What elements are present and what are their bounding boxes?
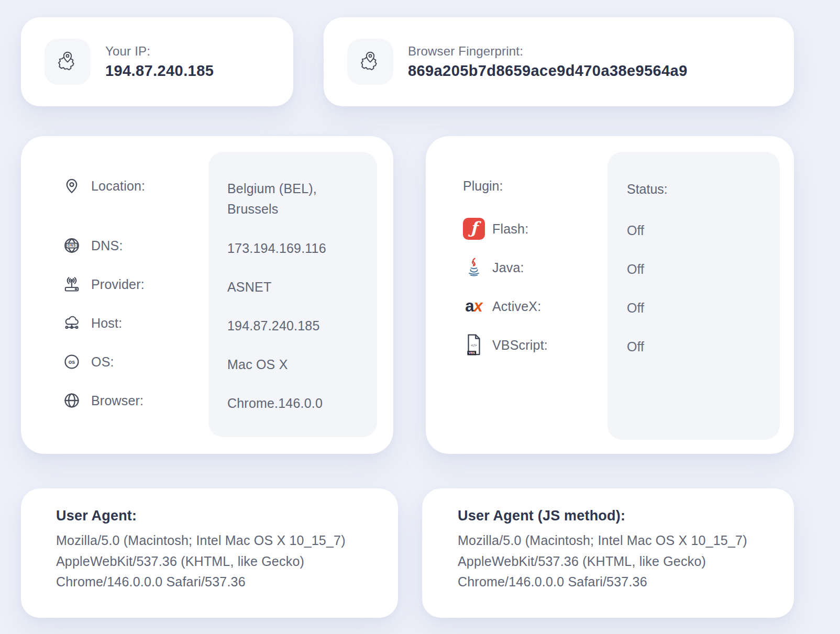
activex-status: Off (627, 287, 668, 326)
status-column-header: Status: (627, 177, 668, 209)
host-value: 194.87.240.185 (227, 314, 359, 353)
browser-value: Chrome.146.0.0 (227, 392, 359, 430)
location-pin-icon (63, 177, 81, 195)
user-agent-js-title: User Agent (JS method): (458, 508, 778, 524)
user-agent-line: AppleWebKit/537.36 (KHTML, like Gecko) (56, 551, 382, 572)
svg-text:DNS: DNS (68, 243, 76, 247)
provider-value: ASNET (227, 275, 359, 314)
dns-label: DNS: (91, 237, 123, 254)
vbscript-icon: </> VBS (463, 333, 485, 357)
dns-row: DNS DNS: (63, 237, 145, 275)
activex-icon: ax (463, 294, 485, 318)
browser-fingerprint-card: Browser Fingerprint: 869a205b7d8659ace9d… (324, 17, 794, 106)
your-ip-value: 194.87.240.185 (105, 62, 214, 80)
os-value: Mac OS X (227, 353, 359, 392)
dns-globe-icon: DNS (63, 237, 81, 254)
vbscript-row: </> VBS VBScript: (463, 326, 548, 364)
plugins-card: Plugin: ƒ Flash: Java: ax (426, 136, 794, 454)
icon-chip (45, 39, 91, 85)
activex-row: ax ActiveX: (463, 287, 548, 326)
vbscript-status: Off (627, 326, 668, 364)
browser-fingerprint-value: 869a205b7d8659ace9d470a38e9564a9 (408, 62, 688, 80)
flash-status: Off (627, 209, 668, 248)
user-agent-line: Mozilla/5.0 (Macintosh; Intel Mac OS X 1… (56, 530, 382, 551)
host-label: Host: (91, 314, 122, 332)
browser-globe-icon (63, 392, 81, 409)
os-row: os OS: (63, 353, 145, 392)
user-agent-js-card: User Agent (JS method): Mozilla/5.0 (Mac… (422, 488, 794, 618)
map-pin-icon (357, 49, 383, 75)
location-label: Location: (91, 177, 145, 195)
map-pin-icon (54, 49, 81, 75)
svg-text:os: os (69, 359, 75, 365)
your-ip-label: Your IP: (105, 44, 214, 59)
location-row: Location: (63, 177, 145, 237)
your-ip-card: Your IP: 194.87.240.185 (21, 17, 293, 106)
connection-info-card: Location: DNS DNS: (21, 136, 393, 454)
user-agent-js-line: Chrome/146.0.0.0 Safari/537.36 (458, 572, 778, 593)
java-icon (463, 255, 485, 280)
svg-text:</>: </> (471, 343, 477, 348)
user-agent-card: User Agent: Mozilla/5.0 (Macintosh; Inte… (21, 488, 398, 618)
host-row: Host: (63, 314, 145, 353)
user-agent-js-line: Mozilla/5.0 (Macintosh; Intel Mac OS X 1… (458, 530, 778, 551)
location-value: Belgium (BEL), Brussels (227, 177, 359, 237)
java-label: Java: (492, 260, 524, 275)
flash-row: ƒ Flash: (463, 209, 548, 248)
flash-label: Flash: (492, 221, 528, 237)
flash-icon: ƒ (463, 217, 485, 241)
java-row: Java: (463, 248, 548, 287)
provider-row: Provider: (63, 275, 145, 314)
browser-fingerprint-label: Browser Fingerprint: (408, 44, 688, 59)
fingerprint-check-page: { "colors": { "page_background": "#edf0f… (0, 0, 840, 634)
activex-label: ActiveX: (492, 299, 541, 314)
vbscript-label: VBScript: (492, 338, 548, 353)
user-agent-title: User Agent: (56, 508, 382, 524)
browser-row: Browser: (63, 392, 145, 430)
plugin-column-header: Plugin: (463, 177, 548, 209)
os-label: OS: (91, 353, 114, 371)
java-status: Off (627, 248, 668, 287)
browser-label: Browser: (91, 392, 143, 409)
user-agent-js-line: AppleWebKit/537.36 (KHTML, like Gecko) (458, 551, 778, 572)
os-circle-icon: os (63, 353, 81, 371)
svg-text:VBS: VBS (469, 351, 475, 354)
provider-label: Provider: (91, 275, 145, 293)
user-agent-line: Chrome/146.0.0.0 Safari/537.36 (56, 572, 382, 593)
router-icon (63, 275, 81, 293)
dns-value: 173.194.169.116 (227, 237, 359, 275)
icon-chip (347, 39, 393, 85)
cloud-network-icon (63, 314, 81, 332)
